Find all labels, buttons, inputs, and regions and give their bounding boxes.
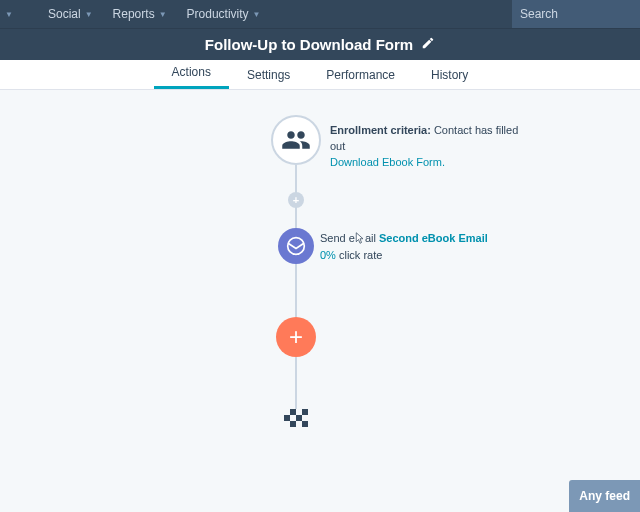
add-action-button[interactable]: +	[276, 317, 316, 357]
workflow-end-marker	[284, 409, 308, 427]
click-rate-value: 0%	[320, 249, 336, 261]
enrollment-description: Enrollment criteria: Contact has filled …	[330, 123, 530, 171]
mail-icon	[286, 236, 306, 256]
tab-actions[interactable]: Actions	[154, 58, 229, 89]
enrollment-form-link[interactable]: Download Ebook Form.	[330, 156, 445, 168]
svg-point-0	[288, 238, 305, 255]
tab-performance[interactable]: Performance	[308, 61, 413, 89]
caret-down-icon: ▼	[253, 10, 261, 19]
workflow-title: Follow-Up to Download Form	[205, 36, 413, 53]
nav-item-productivity[interactable]: Productivity▼	[177, 0, 271, 28]
nav-overflow-caret[interactable]: ▼	[0, 0, 18, 28]
nav-item-social[interactable]: Social▼	[38, 0, 103, 28]
top-nav-bar: ▼ Social▼ Reports▼ Productivity▼	[0, 0, 640, 28]
tab-settings[interactable]: Settings	[229, 61, 308, 89]
workflow-canvas[interactable]: Enrollment criteria: Contact has filled …	[0, 90, 640, 512]
send-email-description: Send eail Second eBook Email 0% click ra…	[320, 230, 488, 263]
insert-step-button[interactable]: +	[288, 192, 304, 208]
tab-history[interactable]: History	[413, 61, 486, 89]
search-input[interactable]	[512, 0, 640, 28]
caret-down-icon: ▼	[85, 10, 93, 19]
email-template-link[interactable]: Second eBook Email	[379, 232, 488, 244]
tab-bar: Actions Settings Performance History	[0, 60, 640, 90]
connector-line	[295, 357, 297, 409]
page-title-bar: Follow-Up to Download Form	[0, 28, 640, 60]
connector-line	[295, 264, 297, 317]
top-menu: Social▼ Reports▼ Productivity▼	[38, 0, 271, 28]
caret-down-icon: ▼	[159, 10, 167, 19]
feedback-button[interactable]: Any feed	[569, 480, 640, 512]
nav-item-reports[interactable]: Reports▼	[103, 0, 177, 28]
cursor-icon	[355, 232, 365, 244]
enrollment-trigger-node[interactable]	[271, 115, 321, 165]
send-email-node[interactable]	[278, 228, 314, 264]
edit-title-icon[interactable]	[421, 36, 435, 53]
people-icon	[281, 125, 311, 155]
